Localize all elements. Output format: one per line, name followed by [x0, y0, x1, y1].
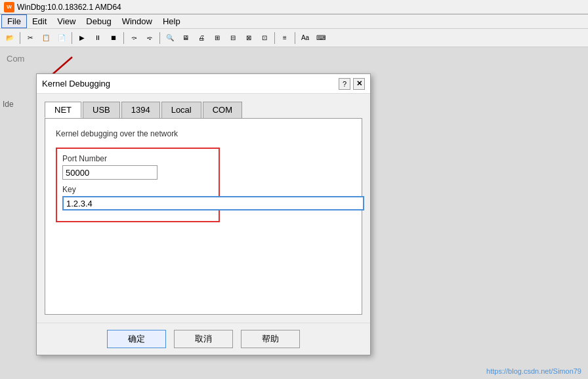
- toolbar-btn-12[interactable]: ⊡: [257, 31, 272, 45]
- toolbar-font[interactable]: Aa: [298, 31, 312, 45]
- toolbar-paste[interactable]: 📄: [54, 31, 69, 45]
- main-area: Com Ide Kernel Debugging ? ✕: [0, 47, 588, 379]
- port-number-group: Port Number: [62, 154, 213, 180]
- dialog-footer: 确定 取消 帮助: [37, 323, 370, 355]
- toolbar-btn-14[interactable]: ⌨: [314, 31, 328, 45]
- help-button[interactable]: 帮助: [241, 330, 300, 348]
- dialog-body: NET USB 1394 Local COM Kernel debugging …: [37, 94, 370, 323]
- toolbar: 📂 ✂ 📋 📄 ▶ ⏸ ⏹ ⤼ ⤽ 🔍 🖥 🖨 ⊞ ⊟ ⊠ ⊡ ≡ Aa ⌨: [0, 29, 588, 47]
- toolbar-open[interactable]: 📂: [3, 31, 17, 45]
- tab-local[interactable]: Local: [161, 102, 201, 118]
- menu-window[interactable]: Window: [117, 15, 158, 28]
- toolbar-btn-3[interactable]: ⏹: [106, 31, 121, 45]
- menu-debug[interactable]: Debug: [81, 15, 116, 28]
- tab-1394[interactable]: 1394: [121, 102, 160, 118]
- toolbar-btn-13[interactable]: ≡: [278, 31, 292, 45]
- title-bar: W WinDbg:10.0.18362.1 AMD64: [0, 0, 588, 14]
- dialog-title-bar: Kernel Debugging ? ✕: [37, 74, 370, 94]
- toolbar-btn-10[interactable]: ⊟: [226, 31, 240, 45]
- toolbar-sep-2: [72, 32, 72, 44]
- toolbar-btn-6[interactable]: 🔍: [163, 31, 177, 45]
- confirm-button[interactable]: 确定: [107, 330, 166, 348]
- tab-bar: NET USB 1394 Local COM: [45, 102, 362, 118]
- app-icon: W: [4, 2, 14, 12]
- tab-description: Kernel debugging over the network: [56, 129, 351, 138]
- key-group: Key: [62, 185, 213, 210]
- toolbar-btn-8[interactable]: 🖨: [194, 31, 209, 45]
- menu-file[interactable]: File: [1, 14, 27, 28]
- toolbar-copy[interactable]: 📋: [39, 31, 53, 45]
- watermark-text: https://blog.csdn.net/Simon79: [486, 367, 581, 375]
- toolbar-btn-2[interactable]: ⏸: [91, 31, 105, 45]
- toolbar-btn-9[interactable]: ⊞: [210, 31, 224, 45]
- toolbar-sep-6: [295, 32, 295, 44]
- cancel-button[interactable]: 取消: [174, 330, 233, 348]
- key-input[interactable]: [62, 196, 364, 210]
- dialog-title: Kernel Debugging: [42, 79, 110, 89]
- menu-help[interactable]: Help: [158, 15, 186, 28]
- port-number-input[interactable]: [62, 165, 158, 180]
- menu-bar: File Edit View Debug Window Help: [0, 14, 588, 29]
- tab-com[interactable]: COM: [203, 102, 242, 118]
- title-text: WinDbg:10.0.18362.1 AMD64: [17, 3, 121, 12]
- tab-net[interactable]: NET: [45, 102, 81, 118]
- form-section: Port Number Key: [56, 148, 220, 222]
- toolbar-btn-4[interactable]: ⤼: [127, 31, 141, 45]
- kernel-debugging-dialog: Kernel Debugging ? ✕ NET USB 1394 Local …: [36, 73, 371, 355]
- toolbar-sep-5: [274, 32, 275, 44]
- dialog-controls: ? ✕: [339, 78, 365, 90]
- menu-view[interactable]: View: [52, 15, 81, 28]
- toolbar-cut[interactable]: ✂: [23, 31, 37, 45]
- menu-edit[interactable]: Edit: [27, 15, 52, 28]
- dialog-help-icon-btn[interactable]: ?: [339, 78, 350, 90]
- toolbar-btn-1[interactable]: ▶: [75, 31, 89, 45]
- dialog-close-btn[interactable]: ✕: [353, 78, 365, 90]
- toolbar-sep-4: [159, 32, 160, 44]
- key-label: Key: [62, 185, 213, 194]
- modal-overlay: Kernel Debugging ? ✕ NET USB 1394 Local …: [0, 47, 588, 379]
- toolbar-sep-3: [123, 32, 124, 44]
- toolbar-btn-7[interactable]: 🖥: [178, 31, 193, 45]
- tab-content-net: Kernel debugging over the network Port N…: [45, 118, 362, 315]
- toolbar-btn-11[interactable]: ⊠: [242, 31, 256, 45]
- tab-usb[interactable]: USB: [83, 102, 120, 118]
- toolbar-btn-5[interactable]: ⤽: [142, 31, 157, 45]
- port-number-label: Port Number: [62, 154, 213, 163]
- toolbar-sep-1: [20, 32, 20, 44]
